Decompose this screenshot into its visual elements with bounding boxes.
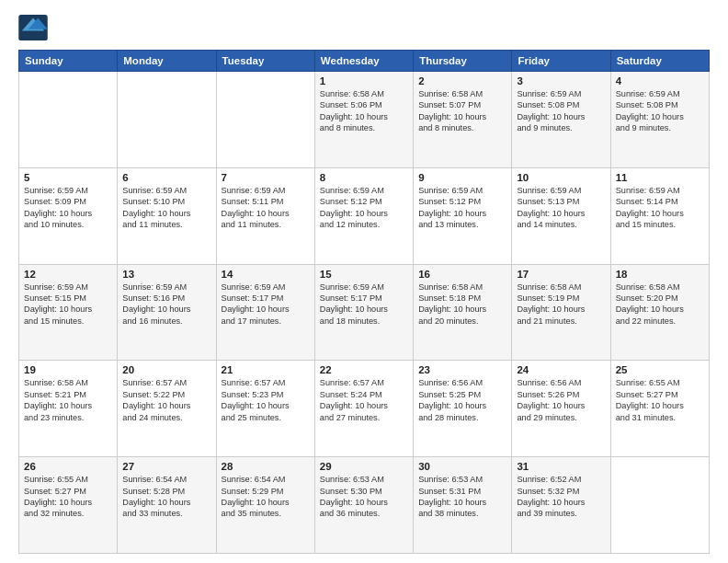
day-number: 24 (517, 364, 605, 375)
day-info: Sunrise: 6:59 AM Sunset: 5:16 PM Dayligh… (122, 282, 210, 327)
day-info: Sunrise: 6:58 AM Sunset: 5:06 PM Dayligh… (320, 88, 408, 134)
calendar-cell: 8Sunrise: 6:59 AM Sunset: 5:12 PM Daylig… (314, 167, 413, 264)
calendar-cell: 1Sunrise: 6:58 AM Sunset: 5:06 PM Daylig… (314, 72, 413, 168)
header (18, 15, 710, 40)
calendar-header-row: SundayMondayTuesdayWednesdayThursdayFrid… (19, 51, 710, 72)
day-info: Sunrise: 6:59 AM Sunset: 5:09 PM Dayligh… (24, 185, 112, 231)
calendar-cell: 16Sunrise: 6:58 AM Sunset: 5:18 PM Dayli… (414, 264, 512, 361)
day-info: Sunrise: 6:53 AM Sunset: 5:30 PM Dayligh… (320, 474, 408, 520)
day-number: 11 (616, 172, 704, 183)
calendar-week-row: 19Sunrise: 6:58 AM Sunset: 5:21 PM Dayli… (19, 361, 710, 457)
day-number: 7 (222, 172, 310, 183)
day-number: 3 (517, 75, 605, 86)
day-number: 6 (122, 172, 210, 183)
day-info: Sunrise: 6:55 AM Sunset: 5:27 PM Dayligh… (24, 474, 112, 520)
day-info: Sunrise: 6:58 AM Sunset: 5:21 PM Dayligh… (24, 377, 112, 423)
day-info: Sunrise: 6:59 AM Sunset: 5:08 PM Dayligh… (517, 88, 605, 134)
calendar-cell: 12Sunrise: 6:59 AM Sunset: 5:15 PM Dayli… (19, 264, 118, 361)
calendar-cell: 18Sunrise: 6:58 AM Sunset: 5:20 PM Dayli… (610, 264, 709, 361)
calendar-cell: 14Sunrise: 6:59 AM Sunset: 5:17 PM Dayli… (216, 264, 314, 361)
calendar-cell: 23Sunrise: 6:56 AM Sunset: 5:25 PM Dayli… (414, 361, 512, 457)
logo-icon (18, 15, 48, 40)
calendar-cell: 11Sunrise: 6:59 AM Sunset: 5:14 PM Dayli… (610, 167, 709, 264)
day-number: 25 (616, 364, 704, 375)
calendar-cell: 19Sunrise: 6:58 AM Sunset: 5:21 PM Dayli… (19, 361, 118, 457)
calendar-week-row: 1Sunrise: 6:58 AM Sunset: 5:06 PM Daylig… (19, 72, 710, 168)
day-number: 13 (122, 269, 210, 280)
day-number: 27 (122, 461, 210, 472)
weekday-header: Tuesday (216, 51, 314, 72)
day-info: Sunrise: 6:56 AM Sunset: 5:25 PM Dayligh… (418, 377, 506, 423)
day-number: 23 (418, 364, 506, 375)
calendar-week-row: 5Sunrise: 6:59 AM Sunset: 5:09 PM Daylig… (19, 167, 710, 264)
day-info: Sunrise: 6:59 AM Sunset: 5:11 PM Dayligh… (222, 185, 310, 231)
day-info: Sunrise: 6:57 AM Sunset: 5:24 PM Dayligh… (320, 377, 408, 423)
logo (18, 15, 51, 40)
day-info: Sunrise: 6:58 AM Sunset: 5:20 PM Dayligh… (616, 282, 704, 327)
calendar-cell: 26Sunrise: 6:55 AM Sunset: 5:27 PM Dayli… (19, 457, 118, 554)
calendar-table: SundayMondayTuesdayWednesdayThursdayFrid… (18, 50, 710, 554)
page: SundayMondayTuesdayWednesdayThursdayFrid… (0, 0, 728, 563)
calendar-week-row: 12Sunrise: 6:59 AM Sunset: 5:15 PM Dayli… (19, 264, 710, 361)
day-info: Sunrise: 6:58 AM Sunset: 5:19 PM Dayligh… (517, 282, 605, 327)
day-number: 31 (517, 461, 605, 472)
calendar-cell: 29Sunrise: 6:53 AM Sunset: 5:30 PM Dayli… (314, 457, 413, 554)
calendar-cell (19, 72, 118, 168)
calendar-cell (610, 457, 709, 554)
calendar-cell (118, 72, 216, 168)
weekday-header: Wednesday (314, 51, 413, 72)
calendar-cell: 21Sunrise: 6:57 AM Sunset: 5:23 PM Dayli… (216, 361, 314, 457)
calendar-cell (216, 72, 314, 168)
calendar-cell: 25Sunrise: 6:55 AM Sunset: 5:27 PM Dayli… (610, 361, 709, 457)
day-info: Sunrise: 6:59 AM Sunset: 5:17 PM Dayligh… (222, 282, 310, 327)
calendar-cell: 28Sunrise: 6:54 AM Sunset: 5:29 PM Dayli… (216, 457, 314, 554)
day-info: Sunrise: 6:56 AM Sunset: 5:26 PM Dayligh… (517, 377, 605, 423)
day-info: Sunrise: 6:57 AM Sunset: 5:23 PM Dayligh… (222, 377, 310, 423)
calendar-cell: 24Sunrise: 6:56 AM Sunset: 5:26 PM Dayli… (512, 361, 610, 457)
calendar-cell: 10Sunrise: 6:59 AM Sunset: 5:13 PM Dayli… (512, 167, 610, 264)
day-number: 16 (418, 269, 506, 280)
day-info: Sunrise: 6:59 AM Sunset: 5:10 PM Dayligh… (122, 185, 210, 231)
day-number: 5 (24, 172, 112, 183)
day-info: Sunrise: 6:52 AM Sunset: 5:32 PM Dayligh… (517, 474, 605, 520)
day-number: 10 (517, 172, 605, 183)
day-number: 18 (616, 269, 704, 280)
day-number: 30 (418, 461, 506, 472)
weekday-header: Thursday (414, 51, 512, 72)
weekday-header: Sunday (19, 51, 118, 72)
day-number: 28 (222, 461, 310, 472)
calendar-cell: 22Sunrise: 6:57 AM Sunset: 5:24 PM Dayli… (314, 361, 413, 457)
calendar-cell: 17Sunrise: 6:58 AM Sunset: 5:19 PM Dayli… (512, 264, 610, 361)
weekday-header: Monday (118, 51, 216, 72)
calendar-cell: 15Sunrise: 6:59 AM Sunset: 5:17 PM Dayli… (314, 264, 413, 361)
calendar-cell: 30Sunrise: 6:53 AM Sunset: 5:31 PM Dayli… (414, 457, 512, 554)
day-number: 2 (418, 75, 506, 86)
day-number: 22 (320, 364, 408, 375)
calendar-cell: 20Sunrise: 6:57 AM Sunset: 5:22 PM Dayli… (118, 361, 216, 457)
day-info: Sunrise: 6:59 AM Sunset: 5:13 PM Dayligh… (517, 185, 605, 231)
day-number: 26 (24, 461, 112, 472)
day-info: Sunrise: 6:59 AM Sunset: 5:08 PM Dayligh… (616, 88, 704, 134)
day-number: 4 (616, 75, 704, 86)
day-number: 12 (24, 269, 112, 280)
calendar-cell: 2Sunrise: 6:58 AM Sunset: 5:07 PM Daylig… (414, 72, 512, 168)
calendar-cell: 7Sunrise: 6:59 AM Sunset: 5:11 PM Daylig… (216, 167, 314, 264)
day-number: 20 (122, 364, 210, 375)
day-number: 14 (222, 269, 310, 280)
calendar-cell: 27Sunrise: 6:54 AM Sunset: 5:28 PM Dayli… (118, 457, 216, 554)
weekday-header: Friday (512, 51, 610, 72)
calendar-cell: 3Sunrise: 6:59 AM Sunset: 5:08 PM Daylig… (512, 72, 610, 168)
calendar-cell: 6Sunrise: 6:59 AM Sunset: 5:10 PM Daylig… (118, 167, 216, 264)
day-info: Sunrise: 6:54 AM Sunset: 5:28 PM Dayligh… (122, 474, 210, 520)
day-number: 21 (222, 364, 310, 375)
day-number: 8 (320, 172, 408, 183)
day-number: 29 (320, 461, 408, 472)
day-info: Sunrise: 6:54 AM Sunset: 5:29 PM Dayligh… (222, 474, 310, 520)
day-info: Sunrise: 6:53 AM Sunset: 5:31 PM Dayligh… (418, 474, 506, 520)
calendar-cell: 9Sunrise: 6:59 AM Sunset: 5:12 PM Daylig… (414, 167, 512, 264)
day-info: Sunrise: 6:58 AM Sunset: 5:07 PM Dayligh… (418, 88, 506, 134)
day-number: 17 (517, 269, 605, 280)
day-info: Sunrise: 6:59 AM Sunset: 5:15 PM Dayligh… (24, 282, 112, 327)
day-info: Sunrise: 6:58 AM Sunset: 5:18 PM Dayligh… (418, 282, 506, 327)
calendar-cell: 4Sunrise: 6:59 AM Sunset: 5:08 PM Daylig… (610, 72, 709, 168)
